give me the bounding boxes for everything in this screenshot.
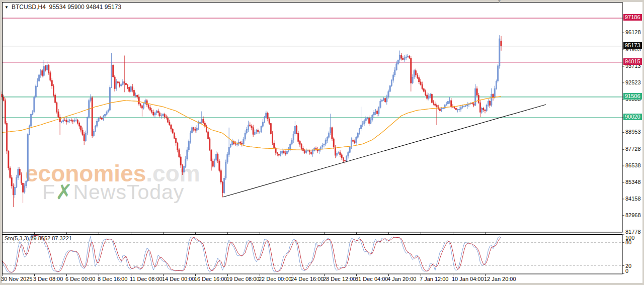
price-chart-area[interactable] xyxy=(0,0,644,285)
collapse-arrow-icon[interactable]: ▼ xyxy=(497,0,502,4)
stochastic-values: 89.8652 87.3221 xyxy=(30,235,72,241)
main-pane-frame xyxy=(3,3,623,233)
candlesticks xyxy=(2,35,502,207)
time-tick-marks xyxy=(3,232,486,276)
ohlc-values: 95534 95900 94841 95173 xyxy=(49,4,121,11)
moving-average-line[interactable] xyxy=(2,97,501,150)
symbol-timeframe: BTCUSD,H4 xyxy=(12,4,46,11)
indicator-pane-frame xyxy=(3,235,623,274)
trading-chart-window: { "window": { "dropdown_arrow": "▼", "sy… xyxy=(0,0,644,285)
stochastic-k-line xyxy=(2,235,501,272)
chevron-down-icon[interactable]: ▼ xyxy=(5,5,9,10)
stochastic-label: Sto(5,3,3) 89.8652 87.3221 xyxy=(5,235,72,241)
stochastic-d-line xyxy=(2,235,501,272)
ascending-trendline[interactable] xyxy=(223,105,546,197)
chart-title: ▼BTCUSD,H4 95534 95900 94841 95173 xyxy=(5,4,121,11)
price-tick-marks xyxy=(622,18,624,273)
